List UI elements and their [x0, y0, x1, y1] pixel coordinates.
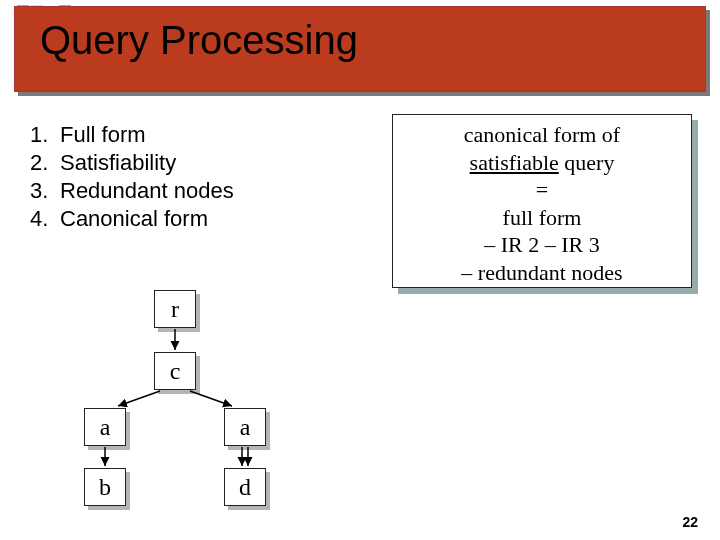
list-num: 4. [30, 206, 60, 232]
title-bar: Query Processing [14, 6, 706, 92]
callout-rest: query [559, 150, 615, 175]
slide: Query Processing 1. Full form 2. Satisfi… [0, 0, 720, 540]
tree-node-d: d [224, 468, 266, 506]
callout-line: satisfiable query [393, 149, 691, 177]
callout-content: canonical form of satisfiable query = fu… [392, 114, 692, 288]
list-item: 4. Canonical form [30, 206, 234, 232]
tree-node-c: c [154, 352, 196, 390]
callout-line: – redundant nodes [393, 259, 691, 287]
callout-line: canonical form of [393, 121, 691, 149]
list-text: Satisfiability [60, 150, 176, 176]
slide-title: Query Processing [40, 18, 358, 63]
page-number: 22 [682, 514, 698, 530]
tree-node-r: r [154, 290, 196, 328]
list-item: 2. Satisfiability [30, 150, 234, 176]
callout-line: = [393, 176, 691, 204]
list-item: 3. Redundant nodes [30, 178, 234, 204]
tree-node-b: b [84, 468, 126, 506]
svg-line-1 [118, 391, 160, 406]
callout-line: – IR 2 – IR 3 [393, 231, 691, 259]
callout-box: canonical form of satisfiable query = fu… [392, 114, 692, 288]
tree-node-a-left: a [84, 408, 126, 446]
callout-line: full form [393, 204, 691, 232]
list-text: Canonical form [60, 206, 208, 232]
steps-list: 1. Full form 2. Satisfiability 3. Redund… [30, 120, 234, 234]
callout-underlined: satisfiable [470, 150, 559, 175]
list-num: 2. [30, 150, 60, 176]
list-text: Redundant nodes [60, 178, 234, 204]
list-num: 3. [30, 178, 60, 204]
list-num: 1. [30, 122, 60, 148]
list-text: Full form [60, 122, 146, 148]
list-item: 1. Full form [30, 122, 234, 148]
tree-node-a-right: a [224, 408, 266, 446]
